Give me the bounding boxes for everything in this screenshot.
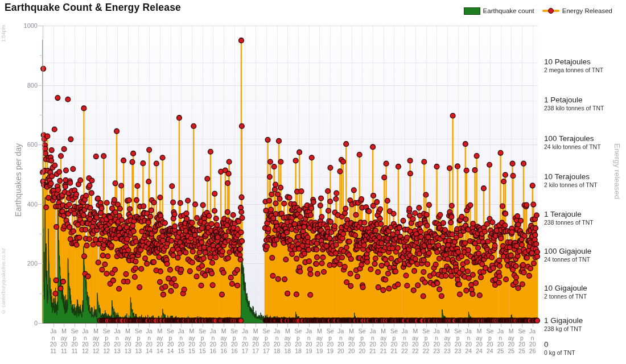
legend: Earthquake count Energy Released [464,7,612,15]
energy-released-swatch-icon [542,7,559,15]
energy-scale-label: 10 Petajoules2 mega tonnes of TNT [544,57,626,73]
y-axis-tick-label: 1000 [14,22,38,29]
y-axis-tick-label: 0 [14,320,38,326]
legend-item-energy-released[interactable]: Energy Released [542,7,612,15]
legend-label: Earthquake count [483,7,534,14]
energy-scale-label: 00 kg of TNT [544,340,626,356]
y-axis-tick-label: 800 [14,82,38,89]
earthquake-count-swatch-icon [464,7,480,15]
energy-scale-label: 100 Terajoules24 kilo tonnes of TNT [544,134,626,150]
legend-label: Energy Released [562,7,612,14]
energy-scale-label: 10 Gigajoule2 tonnes of TNT [544,284,626,300]
x-axis-tick-label: Jan2026 [526,328,539,354]
energy-scale-label: 1 Petajoule238 kilo tonnes of TNT [544,96,626,111]
legend-item-earthquake-count[interactable]: Earthquake count [464,7,534,15]
energy-scale-label: 10 Terajoules2 kilo tonnes of TNT [544,172,626,188]
y-axis-tick-label: 600 [14,141,38,148]
timestamp-label: 1:54pm [1,25,6,42]
chart-plot-area[interactable] [0,0,626,364]
energy-scale-label: 100 Gigajoule24 tonnes of TNT [544,247,626,263]
y-axis-tick-label: 200 [14,260,38,267]
right-axis-title: Energy released [613,143,621,199]
page-title: Earthquake Count & Energy Release [5,2,181,14]
y-axis-tick-label: 400 [14,201,38,208]
watermark: © canterburyquakelive.co.nz [1,248,6,315]
earthquake-energy-chart: Earthquake Count & Energy Release 1:54pm… [0,0,626,364]
energy-scale-label: 1 Terajoule238 tonnes of TNT [544,210,626,226]
energy-scale-label: 1 Gigajoule238 kg of TNT [544,316,626,332]
